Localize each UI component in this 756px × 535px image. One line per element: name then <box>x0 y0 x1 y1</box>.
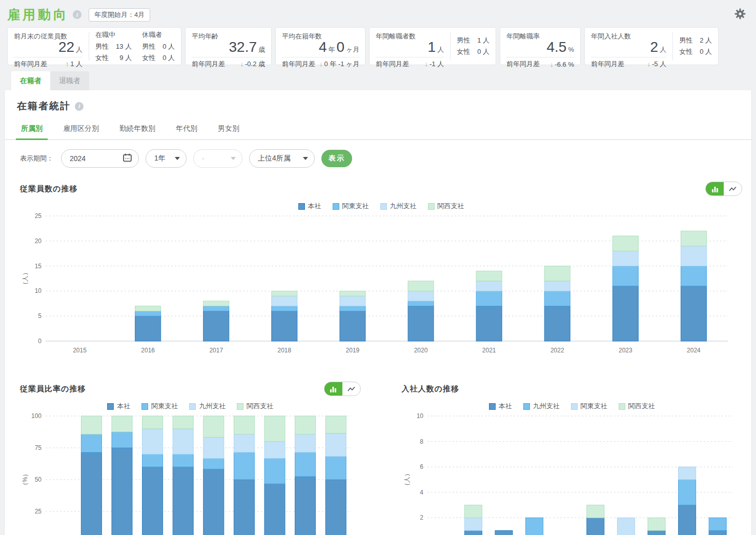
fiscal-year-badge: 年度開始月：4月 <box>89 8 150 22</box>
bar-chart-icon[interactable] <box>324 382 342 395</box>
bar-segment-本社 <box>681 286 706 341</box>
subtab-gender[interactable]: 男女別 <box>217 121 240 139</box>
chart-title-ratio: 従業員比率の推移 <box>20 384 86 394</box>
year-input[interactable]: 2024 <box>61 149 139 168</box>
bar-segment-関東支社 <box>272 306 297 311</box>
year-value: 2024 <box>70 154 86 163</box>
legend-label: 本社 <box>499 402 512 411</box>
legend-item-本社[interactable]: 本社 <box>489 402 512 411</box>
chart-title-employees: 従業員数の推移 <box>20 184 77 194</box>
bar-segment-九州支社 <box>612 251 638 266</box>
legend-item-関西支社[interactable]: 関西支社 <box>428 202 464 211</box>
subtab-age-group[interactable]: 年代別 <box>175 121 198 139</box>
chart-type-toggle <box>705 182 742 196</box>
line-chart-icon[interactable] <box>724 182 742 195</box>
kpi-unit-months: ヶ月 <box>346 45 359 54</box>
y-tick-label: 6 <box>420 463 423 470</box>
bar-segment-本社 <box>112 448 132 535</box>
male-value: 1 人 <box>477 36 489 45</box>
bar-segment-関東支社 <box>203 459 224 469</box>
legend-item-本社[interactable]: 本社 <box>107 402 130 411</box>
legend-item-関東支社[interactable]: 関東支社 <box>333 202 369 211</box>
legend-item-関東支社[interactable]: 関東支社 <box>141 402 178 411</box>
section-title: 在籍者統計 <box>17 100 71 113</box>
legend-swatch <box>237 403 243 410</box>
legend-label: 関西支社 <box>628 402 655 411</box>
subtab-employment-type[interactable]: 雇用区分別 <box>62 121 100 139</box>
bar-segment-関東支社 <box>617 518 635 535</box>
kpi-diff-label: 前年同月差 <box>192 60 225 69</box>
kpi-card-avg-age: 平均年齢 32.7 歳 前年同月差 ↓-0.2 歳 <box>185 27 272 65</box>
kpi-card-avg-tenure: 平均在籍年数 4 年 0 ヶ月 前年同月差 ↓0 年 -1 ヶ月 <box>275 27 365 65</box>
y-tick-label: 25 <box>35 508 42 515</box>
y-tick-label: 50 <box>35 476 42 483</box>
x-tick-label: 2023 <box>619 347 632 354</box>
legend-item-九州支社[interactable]: 九州支社 <box>380 202 417 211</box>
employees-chart-block: 従業員数の推移 本社関東支社九州支社関西支社 0510152025（人）2015… <box>5 168 751 360</box>
male-label: 男性 <box>679 36 692 45</box>
bar-segment-本社 <box>476 306 502 341</box>
tab-active-employees[interactable]: 在籍者 <box>11 71 50 90</box>
bar-segment-関東支社 <box>612 266 638 286</box>
info-icon[interactable]: i <box>75 102 84 111</box>
scope-select[interactable]: 上位4所属 <box>249 149 315 168</box>
legend-item-本社[interactable]: 本社 <box>298 202 321 211</box>
bar-segment-関東支社 <box>544 291 570 306</box>
bar-segment-九州支社 <box>678 480 696 505</box>
y-axis-label: （人） <box>403 470 411 489</box>
bar-segment-関西支社 <box>234 416 254 434</box>
kpi-diff-label: 前年同月差 <box>14 60 47 69</box>
page-header: 雇用動向 i 年度開始月：4月 <box>0 0 756 27</box>
empty-select[interactable]: - <box>193 149 242 168</box>
subtab-tenure[interactable]: 勤続年数別 <box>118 121 156 139</box>
bar-segment-関東支社 <box>476 291 502 306</box>
x-tick-label: 2017 <box>209 347 223 354</box>
show-button[interactable]: 表示 <box>321 150 352 167</box>
legend-swatch <box>428 203 435 210</box>
info-icon[interactable]: i <box>73 10 81 19</box>
y-tick-label: 2 <box>420 514 423 521</box>
bar-segment-関西支社 <box>135 306 161 311</box>
line-chart-icon[interactable] <box>342 382 360 395</box>
kpi-unit: 人 <box>76 45 83 54</box>
calendar-icon <box>122 153 132 164</box>
legend-item-関西支社[interactable]: 関西支社 <box>237 402 273 411</box>
bar-segment-九州支社 <box>340 296 365 306</box>
bar-segment-関西支社 <box>586 505 604 518</box>
span-value: 1年 <box>154 154 166 163</box>
kpi-diff-value: -0.2 歳 <box>245 60 265 68</box>
gear-icon[interactable] <box>734 8 746 22</box>
active-header: 在職中 <box>95 30 132 39</box>
span-select[interactable]: 1年 <box>146 149 187 168</box>
kpi-unit: % <box>568 46 574 53</box>
bar-chart-icon[interactable] <box>706 182 724 195</box>
subtab-department[interactable]: 所属別 <box>20 121 44 139</box>
legend-item-関西支社[interactable]: 関西支社 <box>619 402 655 411</box>
legend-label: 九州支社 <box>199 402 226 411</box>
y-tick-label: 100 <box>31 412 42 420</box>
tab-leavers[interactable]: 退職者 <box>50 71 89 90</box>
y-tick-label: 8 <box>420 438 423 445</box>
legend-label: 九州支社 <box>533 402 560 411</box>
bar-segment-本社 <box>612 286 638 341</box>
hires-chart-block: 入社人数の推移 本社九州支社関東支社関西支社 0246810（人）2015201… <box>402 381 743 535</box>
legend-item-九州支社[interactable]: 九州支社 <box>189 402 226 411</box>
leave-header: 休職者 <box>142 30 175 39</box>
kpi-value-years: 4 <box>319 39 327 55</box>
period-label: 表示期間： <box>20 154 53 163</box>
active-female-value: 9 人 <box>119 53 132 63</box>
legend-item-九州支社[interactable]: 九州支社 <box>523 402 560 411</box>
employees-chart: 0510152025（人）201520162017201820192020202… <box>20 212 742 360</box>
chart-type-toggle <box>324 382 361 396</box>
legend-label: 関東支社 <box>151 402 178 411</box>
kpi-diff-value: -5 人 <box>652 60 666 68</box>
bar-segment-関東支社 <box>464 518 482 530</box>
bottom-charts-row: 従業員比率の推移 本社関東支社九州支社関西支社 0255075100（%）201… <box>5 360 751 535</box>
leave-male-value: 0 人 <box>162 42 175 51</box>
bar-segment-関西支社 <box>272 291 297 296</box>
bar-segment-関東支社 <box>340 306 365 311</box>
bar-segment-本社 <box>648 530 665 535</box>
legend-item-関東支社[interactable]: 関東支社 <box>571 402 607 411</box>
legend-swatch <box>141 403 148 410</box>
y-axis-label: （人） <box>22 269 29 288</box>
